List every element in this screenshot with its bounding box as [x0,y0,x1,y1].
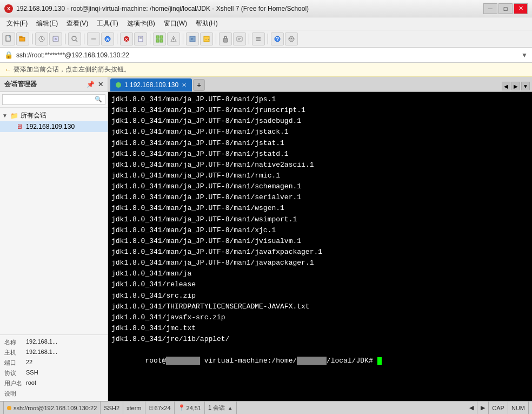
toolbar-btn-14[interactable] [233,32,246,45]
toolbar-btn-17[interactable]: ⋯ [285,32,298,45]
new-tab-button[interactable]: + [193,79,205,91]
pin-icon[interactable]: 📌 [87,81,95,88]
toolbar-btn-10[interactable] [153,32,166,45]
server-icon: 🖥 [15,122,24,131]
menu-tools[interactable]: 工具(T) [92,18,122,29]
status-nav-prev[interactable]: ◀ [466,402,477,414]
toolbar-new[interactable] [2,32,15,45]
toolbar-help[interactable]: ? [271,32,284,45]
status-size-text: 67x24 [155,405,171,411]
tip-arrow-icon: ← [4,65,11,74]
prop-username-value: root [26,379,103,387]
prop-protocol-label: 协议 [4,369,26,377]
status-pos-text: 24,51 [187,405,202,411]
address-dropdown-icon[interactable]: ▼ [521,51,528,59]
toolbar-btn-9[interactable] [134,32,147,45]
toolbar-sep-7 [216,34,216,44]
toolbar-sep-5 [150,34,150,44]
address-text[interactable]: ssh://root:********@192.168.109.130:22 [16,51,518,59]
minimize-button[interactable]: ─ [483,3,497,14]
menu-edit[interactable]: 编辑(E) [32,18,62,29]
toolbar-btn-7[interactable]: A [101,32,114,45]
prop-host-label: 主机 [4,349,26,357]
status-num: NUM [508,402,529,414]
toolbar-btn-4[interactable] [49,32,62,45]
status-protocol-text: SSH2 [104,405,119,411]
svg-rect-23 [160,40,163,42]
status-session: ssh://root@192.168.109.130:22 [3,402,101,414]
toolbar-search[interactable] [68,32,81,45]
toolbar-btn-12[interactable]: ⋯ [200,32,213,45]
prop-port-label: 端口 [4,359,26,367]
window-title: 192.168.109.130 - root@jinqi-virtual-mac… [16,5,482,12]
tipbar: ← 要添加当前会话，点击左侧的箭头按钮。 [0,63,532,77]
prop-host: 主机 192.168.1... [2,347,105,358]
tree-expand-icon: ▼ [2,113,10,119]
toolbar-btn-3[interactable] [35,32,48,45]
sidebar-search-input[interactable] [2,94,105,105]
toolbar-sep-4 [117,34,117,44]
svg-text:A: A [106,37,110,42]
tree-session-item[interactable]: 🖥 192.168.109.130 [0,121,108,132]
term-line-14: jdk1.8.0_341/man/ja_JP.UTF-8/man1/jvisua… [111,236,529,247]
term-line-4: jdk1.8.0_341/man/ja_JP.UTF-8/man1/jstack… [111,127,529,137]
maximize-button[interactable]: □ [498,3,513,14]
toolbar-extend[interactable] [186,32,199,45]
status-session-text: ssh://root@192.168.109.130:22 [14,405,97,411]
prop-username: 用户名 root [2,378,105,389]
menu-window[interactable]: 窗口(W) [159,18,191,29]
prop-protocol-value: SSH [26,369,103,377]
menu-file[interactable]: 文件(F) [2,18,32,29]
sidebar-close-icon[interactable]: ✕ [98,81,103,88]
toolbar-btn-6[interactable] [87,32,100,45]
tab-close-icon[interactable]: ✕ [182,82,187,89]
svg-line-5 [42,39,43,40]
toolbar-sep-2 [65,34,65,44]
term-line-13: jdk1.8.0_341/man/ja_JP.UTF-8/man1/xjc.1 [111,225,529,236]
sidebar-search-area: 🔍 [0,92,108,108]
close-button[interactable]: ✕ [514,3,528,14]
tab-nav-next[interactable]: ▶ [511,82,520,90]
term-line-18: jdk1.8.0_341/release [111,279,529,290]
prompt-text: root@ [145,357,166,365]
tree-all-sessions[interactable]: ▼ 📁 所有会话 [0,110,108,121]
folder-icon: 📁 [10,111,18,120]
prop-port-value: 22 [26,359,103,367]
menu-tab[interactable]: 选项卡(B) [123,18,159,29]
toolbar-open[interactable] [16,32,29,45]
session-tree: ▼ 📁 所有会话 🖥 192.168.109.130 [0,108,108,334]
session-manager: 会话管理器 📌 ✕ 🔍 ▼ 📁 所有会话 🖥 192.168.109.130 [0,77,108,401]
titlebar: X 192.168.109.130 - root@jinqi-virtual-m… [0,0,532,17]
toolbar-btn-15[interactable] [252,32,265,45]
tab-session[interactable]: 1 192.168.109.130 ✕ [110,78,192,91]
terminal[interactable]: jdk1.8.0_341/man/ja_JP.UTF-8/man1/jps.1 … [108,92,532,401]
size-icon: ⊞ [149,404,154,411]
term-line-3: jdk1.8.0_341/man/ja_JP.UTF-8/man1/jsadeb… [111,116,529,127]
term-line-6: jdk1.8.0_341/man/ja_JP.UTF-8/man1/jstatd… [111,149,529,160]
tab-nav-prev[interactable]: ◀ [502,82,510,90]
menu-view[interactable]: 查看(V) [62,18,92,29]
toolbar-btn-8[interactable]: ✕ [120,32,133,45]
menubar: 文件(F) 编辑(E) 查看(V) 工具(T) 选项卡(B) 窗口(W) 帮助(… [0,17,532,30]
toolbar-sep-8 [249,34,249,44]
prop-desc-label: 说明 [4,390,26,398]
term-line-21: jdk1.8.0_341/javafx-src.zip [111,312,529,323]
tip-text: 要添加当前会话，点击左侧的箭头按钮。 [14,65,130,74]
toolbar-btn-11[interactable] [167,32,180,45]
term-line-15: jdk1.8.0_341/man/ja_JP.UTF-8/man1/javafx… [111,247,529,258]
svg-rect-22 [156,40,159,42]
toolbar-lock[interactable] [219,32,232,45]
svg-rect-20 [156,36,159,38]
status-sessions: 1 会话 ▲ [205,402,237,414]
tab-nav-menu[interactable]: ▼ [521,82,530,90]
session-manager-title: 会话管理器 [4,80,37,89]
tab-label: 1 192.168.109.130 [124,81,178,89]
svg-text:⋯: ⋯ [204,37,209,42]
prop-desc-value [26,390,103,398]
menu-help[interactable]: 帮助(H) [191,18,222,29]
svg-point-26 [173,41,174,42]
status-nav-next[interactable]: ▶ [477,402,489,414]
term-prompt: root@ virtual-machine:/home/ /local/JDK# [111,345,529,377]
svg-rect-21 [160,36,163,38]
svg-rect-19 [139,38,142,39]
